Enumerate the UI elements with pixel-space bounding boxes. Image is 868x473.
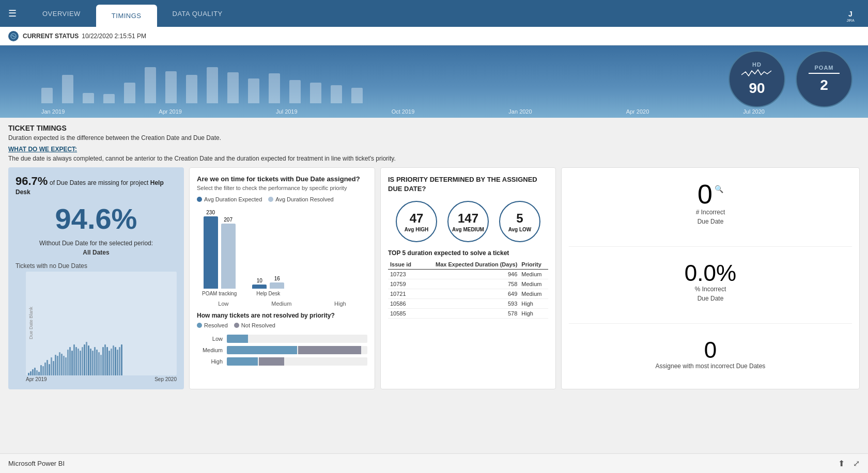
mini-bar xyxy=(65,357,67,375)
cell-priority: Medium xyxy=(519,289,548,299)
tab-overview[interactable]: OVERVIEW xyxy=(27,3,96,25)
bar-val-10: 10 xyxy=(257,278,262,283)
h-bar-not-resolved xyxy=(298,346,361,354)
mini-bars xyxy=(26,272,177,375)
stat-divider-1 xyxy=(569,246,852,247)
h-bar-track xyxy=(227,335,367,343)
mini-bar xyxy=(88,345,89,375)
mini-bar xyxy=(53,361,54,375)
hd-wave-icon xyxy=(741,69,772,79)
mini-bar xyxy=(80,351,81,375)
mini-bar xyxy=(102,347,104,375)
table-row: 10585578High xyxy=(388,309,548,319)
bar-val-230: 230 xyxy=(206,210,215,215)
h-bar-label: Low xyxy=(197,336,223,342)
timeline-bar xyxy=(227,72,239,103)
cell-issue-id: 10586 xyxy=(388,299,418,309)
timeline-label: Jul 2020 xyxy=(743,108,765,115)
panel-priority: IS PRIORITY DETERMINED BY THE ASSIGNED D… xyxy=(380,167,556,389)
bar-hd-16: 16 xyxy=(270,276,284,289)
p-circle-high: 47 Avg HIGH xyxy=(396,201,437,242)
hamburger-icon[interactable]: ☰ xyxy=(8,8,17,19)
hd-label: HD xyxy=(752,61,762,68)
timeline-bar xyxy=(124,83,135,103)
h-bar-resolved xyxy=(227,346,297,354)
mini-bar xyxy=(42,366,44,375)
mini-bar xyxy=(117,350,118,375)
panel-due-dates: 96.7% of Due Dates are missing for proje… xyxy=(8,167,184,389)
timeline-label: Oct 2019 xyxy=(392,108,415,115)
how-label-resolved: Resolved xyxy=(204,322,228,328)
timeline-bar xyxy=(207,67,218,103)
stat1-number: 0 xyxy=(698,181,712,208)
table-row: 10586593High xyxy=(388,299,548,309)
stat-block-3: 0 Assignee with most incorrect Due Dates xyxy=(569,339,852,371)
bar-group-helpdesk: 10 16 Help Desk xyxy=(252,276,284,296)
mini-bar xyxy=(111,349,112,375)
mini-bar xyxy=(115,347,116,375)
mini-bar xyxy=(55,355,56,375)
top-nav: ☰ OVERVIEW TIMINGS DATA QUALITY J JIRA xyxy=(0,0,868,27)
cell-priority: High xyxy=(519,309,548,319)
stat1-row: 0 🔍 xyxy=(569,181,852,208)
status-label: CURRENT STATUS xyxy=(23,33,79,40)
mini-bar xyxy=(47,360,48,375)
top5-title: TOP 5 duration expected to solve a ticke… xyxy=(388,249,548,257)
fullscreen-icon[interactable]: ⤢ xyxy=(853,459,860,468)
bar-poam-207: 207 xyxy=(221,217,236,289)
mini-bar xyxy=(73,344,75,375)
x-label-low: Low xyxy=(218,301,228,307)
p-label-high: Avg HIGH xyxy=(405,227,428,232)
tab-data-quality[interactable]: DATA QUALITY xyxy=(157,3,238,25)
timeline-bar xyxy=(269,73,280,103)
jira-logo: J JIRA xyxy=(841,4,860,23)
footer-text: Microsoft Power BI xyxy=(8,460,65,467)
table-row: 10723946Medium xyxy=(388,270,548,279)
panel2-title: Are we on time for tickets with Due Date… xyxy=(197,175,367,183)
timeline-bar xyxy=(248,78,259,103)
all-dates-label: All Dates xyxy=(83,249,109,256)
bar-val-207: 207 xyxy=(224,217,233,223)
mini-bar xyxy=(104,344,106,375)
cell-days: 758 xyxy=(418,279,519,289)
timeline-bar xyxy=(351,88,363,103)
grouped-bar-chart: 230 207 POAM tracking xyxy=(197,209,367,296)
mini-bar xyxy=(44,362,46,375)
how-dot-resolved xyxy=(197,323,202,328)
ticket-timings-desc: Duration expected is the difference betw… xyxy=(8,134,860,141)
how-many-title: How many tickets are not resolved by pri… xyxy=(197,312,367,319)
top5-table: Issue id Max Expected Duration (Days) Pr… xyxy=(388,260,548,319)
search-icon: 🔍 xyxy=(715,185,723,193)
timeline-bar xyxy=(310,83,321,103)
timeline-bar xyxy=(103,94,115,103)
col-priority: Priority xyxy=(519,260,548,270)
bar-poam-230: 230 xyxy=(204,210,218,289)
ticket-timings-title: TICKET TIMINGS xyxy=(8,124,860,132)
hd-circle: HD 90 xyxy=(729,51,785,107)
bar-rect-10 xyxy=(252,285,267,289)
h-bar-track xyxy=(227,357,367,366)
cell-issue-id: 10759 xyxy=(388,279,418,289)
main-container: ☰ OVERVIEW TIMINGS DATA QUALITY J JIRA C… xyxy=(0,0,868,473)
timeline-label: Apr 2020 xyxy=(626,108,649,115)
chart-date-start: Apr 2019 xyxy=(26,376,47,382)
share-icon[interactable]: ⬆ xyxy=(838,459,845,468)
cell-days: 649 xyxy=(418,289,519,299)
timeline-bar xyxy=(289,80,301,103)
cell-issue-id: 10723 xyxy=(388,270,418,279)
tab-timings[interactable]: TIMINGS xyxy=(96,5,157,27)
mini-bar xyxy=(121,344,122,375)
panel3-title: IS PRIORITY DETERMINED BY THE ASSIGNED D… xyxy=(388,175,548,194)
mini-bar xyxy=(75,347,77,375)
panel-stats: 0 🔍 # IncorrectDue Date 0.0% % Incorrect… xyxy=(561,167,860,389)
mini-bar xyxy=(34,368,36,375)
content-area: TICKET TIMINGS Duration expected is the … xyxy=(0,118,868,453)
what-expect-desc: The due date is always completed, cannot… xyxy=(8,155,860,162)
mini-bar xyxy=(38,372,40,375)
stat2-number: 0.0% xyxy=(569,262,852,285)
h-bar-label: Medium xyxy=(197,347,223,353)
h-bar-resolved xyxy=(227,357,258,366)
h-bar-resolved xyxy=(227,335,248,343)
stat3-number: 0 xyxy=(569,339,852,361)
x-label-medium: Medium xyxy=(271,301,291,307)
